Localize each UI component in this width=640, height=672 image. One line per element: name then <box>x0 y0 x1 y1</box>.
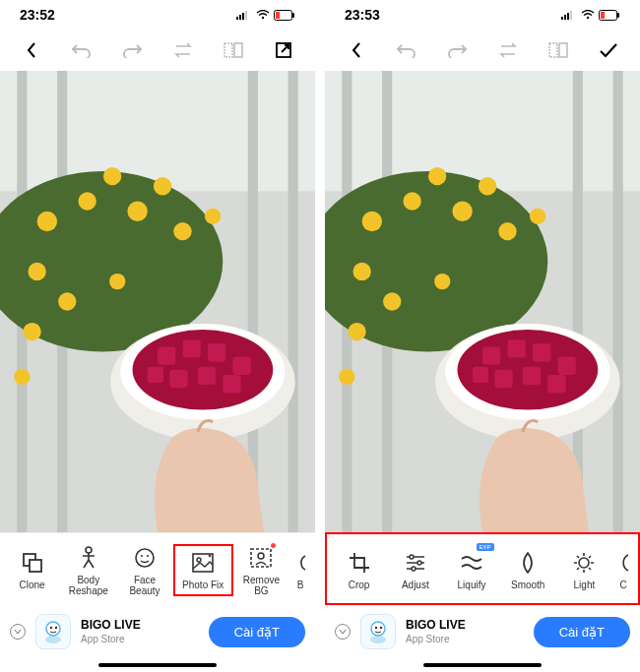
svg-point-96 <box>417 561 421 565</box>
svg-point-50 <box>258 553 264 559</box>
light-icon <box>571 550 597 576</box>
tool-adjust[interactable]: Adjust <box>387 546 443 594</box>
status-time: 23:53 <box>345 7 380 23</box>
svg-rect-90 <box>557 357 575 375</box>
svg-point-77 <box>383 292 401 310</box>
ad-dismiss-button[interactable] <box>335 624 351 640</box>
photo-canvas[interactable] <box>325 71 640 532</box>
svg-point-53 <box>55 627 57 629</box>
tool-label: Adjust <box>402 580 429 590</box>
svg-point-43 <box>86 547 92 553</box>
undo-button[interactable] <box>64 34 99 66</box>
svg-rect-49 <box>251 549 271 567</box>
tool-more[interactable]: C <box>612 546 634 594</box>
status-icons <box>561 10 620 21</box>
svg-rect-88 <box>507 339 525 357</box>
ad-title: BIGO LIVE <box>406 618 466 634</box>
tool-liquify[interactable]: EXP Liquify <box>443 546 499 594</box>
back-button[interactable] <box>339 34 374 66</box>
svg-point-48 <box>197 558 201 562</box>
svg-rect-61 <box>617 13 619 18</box>
tool-light[interactable]: Light <box>556 546 612 594</box>
svg-rect-64 <box>559 43 567 57</box>
tool-label: Smooth <box>511 580 544 590</box>
svg-rect-94 <box>473 367 488 383</box>
tool-label: Face Beauty <box>129 575 160 596</box>
undo-button[interactable] <box>389 34 424 66</box>
svg-rect-9 <box>234 43 242 57</box>
back-button[interactable] <box>14 34 49 66</box>
svg-point-100 <box>375 627 377 629</box>
tool-remove-bg[interactable]: Remove BG <box>233 541 289 600</box>
repeat-button[interactable] <box>165 34 201 66</box>
svg-rect-0 <box>236 17 238 20</box>
ad-app-icon[interactable] <box>35 614 71 649</box>
svg-rect-36 <box>232 357 250 375</box>
ad-text: BIGO LIVE App Store <box>81 618 141 646</box>
tool-clone[interactable]: Clone <box>4 546 60 594</box>
tool-label: Liquify <box>458 580 486 590</box>
tool-photo-fix[interactable]: Photo Fix <box>173 544 233 596</box>
svg-point-51 <box>46 622 60 636</box>
compare-button[interactable] <box>541 34 576 66</box>
svg-point-22 <box>28 263 45 280</box>
svg-point-99 <box>371 622 385 636</box>
redo-button[interactable] <box>114 34 150 66</box>
status-bar: 23:53 <box>325 0 640 30</box>
ad-app-icon[interactable] <box>360 614 396 649</box>
tool-label: Remove BG <box>243 575 280 596</box>
ad-cta-button[interactable]: Cài đặT <box>209 617 305 647</box>
svg-point-72 <box>362 212 382 231</box>
export-button[interactable] <box>266 34 301 66</box>
top-toolbar <box>325 30 640 71</box>
repeat-button[interactable] <box>490 34 526 66</box>
tool-strip: Crop Adjust EXP Liquify Smooth Light C <box>325 532 640 605</box>
svg-rect-55 <box>561 17 563 20</box>
tool-label: Light <box>574 580 596 590</box>
svg-rect-40 <box>148 367 163 383</box>
svg-point-95 <box>410 555 414 559</box>
svg-rect-38 <box>198 367 216 385</box>
partial-icon <box>610 550 636 576</box>
tool-smooth[interactable]: Smooth <box>500 546 556 594</box>
svg-rect-39 <box>223 375 240 393</box>
svg-point-25 <box>23 323 40 340</box>
adjust-icon <box>403 550 428 576</box>
ad-cta-button[interactable]: Cài đặT <box>534 617 630 647</box>
svg-point-24 <box>109 274 125 289</box>
svg-point-76 <box>352 263 370 280</box>
svg-point-19 <box>78 192 96 210</box>
svg-point-79 <box>348 323 365 340</box>
svg-rect-33 <box>158 346 175 364</box>
top-toolbar <box>0 30 315 71</box>
photo-canvas[interactable] <box>0 71 315 532</box>
tool-face-beauty[interactable]: Face Beauty <box>116 541 172 600</box>
svg-rect-89 <box>533 343 550 361</box>
tool-crop[interactable]: Crop <box>331 546 387 594</box>
ad-dismiss-button[interactable] <box>10 624 26 640</box>
svg-point-83 <box>530 209 545 224</box>
tool-body-reshape[interactable]: Body Reshape <box>60 541 116 600</box>
svg-point-18 <box>37 212 57 231</box>
svg-rect-92 <box>523 367 541 385</box>
exp-badge: EXP <box>477 543 494 551</box>
svg-rect-1 <box>239 15 241 20</box>
body-reshape-icon <box>76 545 101 571</box>
tool-label: Clone <box>20 580 45 590</box>
svg-rect-58 <box>570 11 572 20</box>
svg-rect-87 <box>482 346 500 364</box>
svg-rect-12 <box>0 71 315 191</box>
svg-point-97 <box>412 567 416 571</box>
home-indicator[interactable] <box>325 658 640 672</box>
confirm-button[interactable] <box>591 34 626 66</box>
svg-rect-62 <box>601 12 605 19</box>
tool-label: B <box>297 580 304 590</box>
tool-more[interactable]: B <box>289 546 311 594</box>
svg-rect-37 <box>169 370 187 388</box>
home-indicator[interactable] <box>0 658 315 672</box>
svg-point-75 <box>498 222 516 240</box>
svg-rect-16 <box>288 71 298 532</box>
svg-point-82 <box>479 177 496 195</box>
redo-button[interactable] <box>439 34 475 66</box>
compare-button[interactable] <box>216 34 251 66</box>
